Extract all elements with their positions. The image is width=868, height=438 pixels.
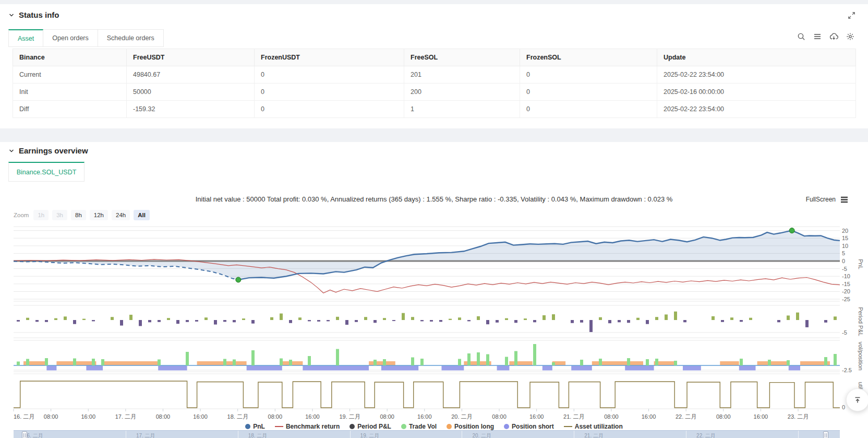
legend-item-position-long[interactable]: Position long xyxy=(447,423,494,430)
svg-text:08:00: 08:00 xyxy=(604,413,619,420)
legend-label: PnL xyxy=(253,423,265,430)
table-cell: -159.32 xyxy=(127,101,255,118)
navigator-handle-right[interactable] xyxy=(823,431,828,438)
navigator-label: 18. 二月 xyxy=(248,432,268,438)
legend-marker xyxy=(447,424,452,429)
table-cell: 0 xyxy=(520,84,657,101)
svg-text:16:00: 16:00 xyxy=(81,413,95,420)
table-cell: 1 xyxy=(404,101,520,118)
status-info-title: Status info xyxy=(19,10,59,19)
svg-text:5: 5 xyxy=(842,250,845,256)
svg-text:-2.5: -2.5 xyxy=(842,367,852,373)
navigator-label: 21. 二月 xyxy=(584,432,604,438)
svg-text:-5: -5 xyxy=(842,329,847,336)
chart-navigator[interactable]: 16. 二月17. 二月18. 二月19. 二月20. 二月21. 二月22. … xyxy=(14,430,840,438)
legend-marker xyxy=(564,426,572,427)
svg-text:15: 15 xyxy=(842,235,848,241)
svg-text:16. 二月: 16. 二月 xyxy=(14,413,34,420)
tab-schedule-orders[interactable]: Schedule orders xyxy=(98,29,164,47)
table-cell: 0 xyxy=(520,66,657,84)
svg-text:-15: -15 xyxy=(842,281,850,287)
table-cell: 2025-02-16 00:00:00 xyxy=(657,84,856,101)
svg-text:16:00: 16:00 xyxy=(529,413,544,420)
navigator-day-separator xyxy=(574,431,574,438)
search-icon[interactable] xyxy=(797,32,805,41)
navigator-label: 22. 二月 xyxy=(696,432,716,438)
legend-label: Benchmark return xyxy=(286,423,340,430)
legend-item-trade-vol[interactable]: Trade Vol xyxy=(401,423,437,430)
navigator-handle-left[interactable] xyxy=(22,431,27,438)
legend-item-period-p-l[interactable]: Period P&L xyxy=(349,423,391,430)
navigator-day-separator xyxy=(462,431,462,438)
status-tabs: Asset Open orders Schedule orders xyxy=(8,29,164,47)
legend-label: Trade Vol xyxy=(409,423,437,430)
navigator-label: 17. 二月 xyxy=(136,432,155,438)
back-to-top-button[interactable] xyxy=(846,388,868,411)
legend-item-position-short[interactable]: Position short xyxy=(504,423,554,430)
svg-text:-20: -20 xyxy=(842,288,850,294)
legend-label: Asset utilization xyxy=(575,423,623,430)
gear-icon[interactable] xyxy=(846,32,854,41)
svg-text:-25: -25 xyxy=(842,296,850,302)
svg-text:-5: -5 xyxy=(842,266,847,272)
navigator-label: 20. 二月 xyxy=(472,432,491,438)
tab-open-orders[interactable]: Open orders xyxy=(43,29,98,47)
navigator-day-separator xyxy=(686,431,686,438)
table-cell: Init xyxy=(13,84,127,101)
table-cell: 201 xyxy=(404,66,520,84)
svg-text:PnL: PnL xyxy=(858,259,864,269)
svg-text:16:00: 16:00 xyxy=(754,413,768,420)
table-row: Init50000020002025-02-16 00:00:00 xyxy=(13,84,856,101)
svg-text:16:00: 16:00 xyxy=(642,413,656,420)
expand-panel-icon[interactable] xyxy=(848,11,855,19)
svg-text:22. 二月: 22. 二月 xyxy=(676,413,696,420)
table-cell: Diff xyxy=(13,101,127,118)
menu-icon[interactable] xyxy=(813,32,822,41)
earnings-chart[interactable]: 20151050-5-10-15-20-25-5-2.5016. 二月08:00… xyxy=(0,142,868,424)
svg-text:08:00: 08:00 xyxy=(492,413,507,420)
legend-marker xyxy=(504,424,509,429)
svg-text:10: 10 xyxy=(842,243,848,249)
column-header: FrozenUSDT xyxy=(255,49,404,66)
svg-text:21. 二月: 21. 二月 xyxy=(563,413,584,420)
table-toolbar xyxy=(797,32,854,41)
table-cell: 2025-02-22 23:54:00 xyxy=(657,101,856,118)
legend-marker xyxy=(275,426,283,427)
legend-label: Position long xyxy=(454,423,494,430)
table-cell: 50000 xyxy=(127,84,255,101)
column-header: FrozenSOL xyxy=(520,49,657,66)
legend-label: Position short xyxy=(512,423,554,430)
svg-text:0: 0 xyxy=(842,404,845,410)
svg-text:16:00: 16:00 xyxy=(417,413,432,420)
navigator-day-separator xyxy=(126,431,126,438)
svg-text:18. 二月: 18. 二月 xyxy=(227,413,248,420)
svg-text:17. 二月: 17. 二月 xyxy=(115,413,136,420)
table-cell: 0 xyxy=(255,84,404,101)
dashboard-page: Status info Asset Open orders Schedule o… xyxy=(0,0,868,438)
collapse-chevron-icon[interactable] xyxy=(8,12,15,18)
svg-text:08:00: 08:00 xyxy=(156,413,171,420)
table-cell: 0 xyxy=(255,66,404,84)
legend-marker xyxy=(401,424,406,429)
table-row: Diff-159.320102025-02-22 23:54:00 xyxy=(13,101,856,118)
cloud-download-icon[interactable] xyxy=(829,32,838,41)
table-cell: 2025-02-22 23:54:00 xyxy=(657,66,856,84)
svg-text:08:00: 08:00 xyxy=(716,413,731,420)
row-link[interactable]: Current xyxy=(13,66,127,84)
svg-text:-10: -10 xyxy=(842,273,850,279)
table-cell: 0 xyxy=(255,101,404,118)
svg-text:Period P&L: Period P&L xyxy=(858,307,864,336)
legend-item-asset-utilization[interactable]: Asset utilization xyxy=(564,423,623,430)
legend-item-pnl[interactable]: PnL xyxy=(245,423,265,430)
table-cell: 0 xyxy=(520,101,657,118)
column-header: Update xyxy=(657,49,856,66)
earnings-overview-panel: Earnings overview Binance.SOL_USDT Initi… xyxy=(0,142,868,438)
svg-text:08:00: 08:00 xyxy=(44,413,58,420)
tab-asset[interactable]: Asset xyxy=(8,29,43,47)
legend-label: Period P&L xyxy=(357,423,391,430)
navigator-day-separator xyxy=(798,431,799,438)
navigator-day-separator xyxy=(350,431,351,438)
legend-item-benchmark-return[interactable]: Benchmark return xyxy=(275,423,340,430)
svg-text:20. 二月: 20. 二月 xyxy=(451,413,472,420)
svg-text:08:00: 08:00 xyxy=(268,413,283,420)
